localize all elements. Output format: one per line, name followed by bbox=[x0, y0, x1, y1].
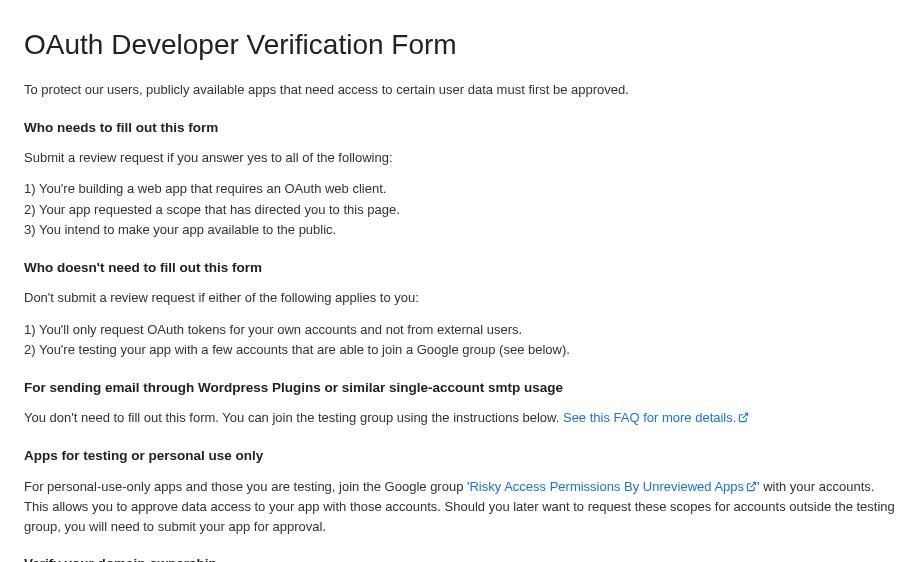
svg-line-1 bbox=[751, 482, 756, 487]
faq-link[interactable]: See this FAQ for more details. bbox=[563, 410, 749, 425]
list-item: 1) You'll only request OAuth tokens for … bbox=[24, 320, 896, 340]
list-item: 3) You intend to make your app available… bbox=[24, 220, 896, 240]
who-needs-list: 1) You're building a web app that requir… bbox=[24, 179, 896, 240]
who-doesnt-list: 1) You'll only request OAuth tokens for … bbox=[24, 320, 896, 360]
list-item: 1) You're building a web app that requir… bbox=[24, 179, 896, 199]
page-title: OAuth Developer Verification Form bbox=[24, 24, 896, 66]
heading-verify-domain: Verify your domain ownership bbox=[24, 554, 896, 562]
who-needs-lead: Submit a review request if you answer ye… bbox=[24, 148, 896, 168]
heading-smtp: For sending email through Wordpress Plug… bbox=[24, 378, 896, 398]
smtp-text: You don't need to fill out this form. Yo… bbox=[24, 408, 896, 429]
smtp-text-before: You don't need to fill out this form. Yo… bbox=[24, 410, 563, 425]
who-doesnt-lead: Don't submit a review request if either … bbox=[24, 288, 896, 308]
heading-who-doesnt: Who doesn't need to fill out this form bbox=[24, 258, 896, 278]
list-item: 2) Your app requested a scope that has d… bbox=[24, 200, 896, 220]
testing-before: For personal-use-only apps and those you… bbox=[24, 479, 469, 494]
external-link-icon bbox=[738, 409, 749, 429]
svg-line-0 bbox=[743, 413, 748, 418]
external-link-icon bbox=[746, 478, 757, 498]
testing-text: For personal-use-only apps and those you… bbox=[24, 477, 896, 537]
heading-testing: Apps for testing or personal use only bbox=[24, 446, 896, 466]
heading-who-needs: Who needs to fill out this form bbox=[24, 118, 896, 138]
intro-text: To protect our users, publicly available… bbox=[24, 80, 896, 100]
list-item: 2) You're testing your app with a few ac… bbox=[24, 340, 896, 360]
risky-access-link[interactable]: Risky Access Permissions By Unreviewed A… bbox=[469, 479, 757, 494]
